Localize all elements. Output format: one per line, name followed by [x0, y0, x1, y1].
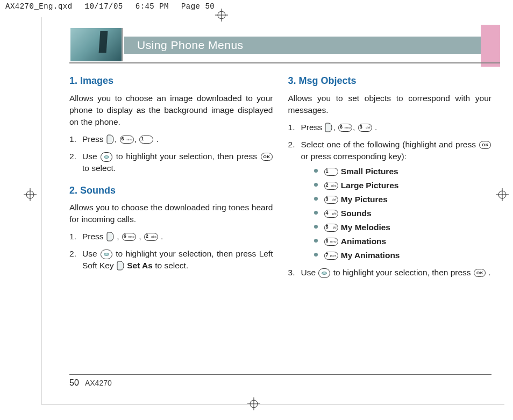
msg-objects-steps: Press , 6mno, 3def . Select one of the f…: [288, 122, 492, 279]
msg-option-label: Animations: [341, 237, 386, 246]
msg-option-item: 6mno Animations: [314, 236, 492, 247]
page-frame: Using Phone Menus 1. Images Allows you t…: [41, 17, 504, 404]
banner-rule: [69, 62, 500, 63]
msg-option-label: Small Pictures: [341, 167, 398, 176]
slug-page: Page 50: [181, 2, 215, 11]
banner-bar: Using Phone Menus: [124, 37, 481, 54]
heading-msg-objects: 3. Msg Objects: [288, 74, 492, 88]
msg-option-item: 4ghi Sounds: [314, 208, 492, 219]
heading-images: 1. Images: [69, 74, 273, 88]
sounds-intro: Allows you to choose the downloaded ring…: [69, 202, 273, 225]
key-2-icon: 2abc: [324, 182, 338, 190]
page-footer: 50 AX4270: [69, 378, 112, 388]
heading-sounds: 2. Sounds: [69, 184, 273, 198]
banner-thumbnail: [70, 28, 123, 61]
msg-option-item: 7pqrs My Animations: [314, 250, 492, 261]
msg-option-label: Large Pictures: [341, 181, 399, 190]
model-number: AX4270: [85, 379, 112, 387]
sounds-step-1: Press , 6mno , 2abc .: [69, 231, 273, 243]
left-softkey-icon: [106, 134, 114, 144]
msg-option-label: My Animations: [341, 251, 400, 260]
page-number: 50: [69, 378, 79, 387]
msg-option-item: 3def My Pictures: [314, 194, 492, 205]
msg-option-label: Sounds: [341, 209, 372, 218]
sounds-steps: Press , 6mno , 2abc . Use to highlight y…: [69, 231, 273, 272]
msg-option-item: 5jkl My Melodies: [314, 222, 492, 233]
nav-key-icon: [101, 152, 112, 162]
msg-option-item: 2abc Large Pictures: [314, 180, 492, 191]
chapter-banner: Using Phone Menus: [69, 30, 500, 61]
nav-key-icon: [318, 268, 330, 278]
ok-key-icon: OK: [261, 153, 273, 161]
msg-option-item: 1 Small Pictures: [314, 166, 492, 177]
section-tab: [481, 25, 500, 67]
left-softkey-icon: [325, 123, 332, 132]
slug-time: 6:45 PM: [136, 2, 169, 11]
key-3-icon: 3def: [324, 196, 338, 204]
slug-date: 10/17/05: [85, 2, 123, 11]
banner-title: Using Phone Menus: [137, 39, 244, 52]
images-step-2: Use to highlight your selection, then pr…: [69, 151, 273, 174]
msg-step-1: Press , 6mno, 3def .: [288, 122, 492, 133]
content-columns: 1. Images Allows you to choose an image …: [69, 71, 491, 362]
left-column: 1. Images Allows you to choose an image …: [69, 71, 273, 362]
msg-step-2: Select one of the following (highlight a…: [288, 139, 492, 261]
right-column: 3. Msg Objects Allows you to set objects…: [288, 71, 492, 362]
images-steps: Press , 6mno, 1 . Use to highlight your …: [69, 133, 273, 174]
left-softkey-icon: [117, 261, 124, 270]
msg-option-label: My Pictures: [341, 195, 388, 204]
footer-rule: [69, 374, 491, 375]
key-6-icon: 6mno: [122, 233, 136, 241]
images-step-1: Press , 6mno, 1 .: [69, 133, 273, 145]
ok-key-icon: OK: [479, 141, 491, 149]
registration-mark-icon: [24, 188, 37, 201]
sounds-step-2: Use to highlight your selection, then pr…: [69, 248, 273, 272]
set-as-label: Set As: [127, 261, 153, 270]
key-6-icon: 6mno: [324, 238, 338, 246]
nav-key-icon: [101, 250, 112, 259]
msg-option-label: My Melodies: [341, 223, 390, 232]
msg-objects-intro: Allows you to set objects to correspond …: [288, 92, 492, 116]
key-4-icon: 4ghi: [324, 210, 338, 218]
key-5-icon: 5jkl: [324, 224, 338, 232]
key-6-icon: 6mno: [120, 136, 134, 144]
key-1-icon: 1: [139, 136, 153, 144]
msg-options-list: 1 Small Pictures2abc Large Pictures3def …: [301, 166, 492, 261]
left-softkey-icon: [106, 232, 114, 241]
images-intro: Allows you to choose an image downloaded…: [69, 92, 273, 128]
key-2-icon: 2abc: [144, 233, 158, 241]
key-1-icon: 1: [324, 168, 338, 176]
key-6-icon: 6mno: [338, 124, 352, 132]
ok-key-icon: OK: [474, 269, 486, 277]
slug-file: AX4270_Eng.qxd: [5, 2, 73, 11]
key-3-icon: 3def: [358, 124, 372, 132]
key-7-icon: 7pqrs: [324, 252, 338, 260]
print-slug: AX4270_Eng.qxd 10/17/05 6:45 PM Page 50: [5, 2, 222, 11]
msg-step-3: Use to highlight your selection, then pr…: [288, 267, 492, 279]
